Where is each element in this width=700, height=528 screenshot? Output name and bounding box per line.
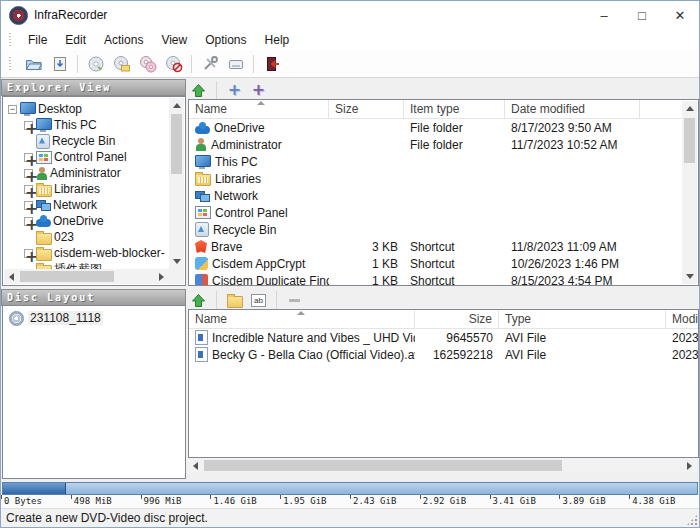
compilation-hscrollbar[interactable]	[188, 458, 697, 473]
status-text: Create a new DVD-Video disc project.	[6, 511, 208, 525]
close-button[interactable]: ✕	[661, 1, 699, 29]
scroll-left-icon[interactable]	[188, 458, 203, 473]
column-header-type[interactable]: Item type	[404, 100, 505, 118]
file-browser-vscrollbar[interactable]	[682, 101, 697, 284]
column-header-size[interactable]: Size	[415, 310, 499, 328]
scroll-up-icon[interactable]	[682, 101, 697, 116]
disc-layout-item[interactable]: 231108_1118	[3, 310, 185, 326]
file-row[interactable]: Libraries	[189, 170, 698, 187]
menu-view[interactable]: View	[152, 30, 196, 50]
scroll-right-icon[interactable]	[154, 269, 169, 284]
scroll-up-icon[interactable]	[169, 98, 184, 113]
scroll-down-icon[interactable]	[169, 254, 184, 269]
tree-item-this-pc[interactable]: This PC	[4, 117, 169, 133]
new-folder-button[interactable]	[225, 291, 244, 310]
tree-item-desktop[interactable]: Desktop	[4, 101, 169, 117]
rebar-grip[interactable]	[9, 33, 13, 47]
erase-disc-button[interactable]	[162, 52, 185, 75]
menu-help[interactable]: Help	[256, 30, 299, 50]
open-project-button[interactable]	[22, 52, 45, 75]
tree-item-onedrive[interactable]: OneDrive	[4, 213, 169, 229]
toolbar-separator	[191, 55, 192, 73]
exit-button[interactable]	[260, 52, 283, 75]
file-row[interactable]: This PC	[189, 153, 698, 170]
rename-icon: ab	[251, 294, 266, 307]
minimize-button[interactable]: –	[585, 1, 623, 29]
add-all-button[interactable]: +	[249, 81, 268, 100]
file-browser-header: Name Size Item type Date modified	[189, 100, 698, 119]
capacity-tick-label: 498 MiB	[71, 495, 141, 508]
save-project-button[interactable]	[48, 52, 71, 75]
file-row[interactable]: Recycle Bin	[189, 221, 698, 238]
burn-image-button[interactable]	[110, 52, 133, 75]
tree-item-libraries[interactable]: Libraries	[4, 181, 169, 197]
column-header-modified[interactable]: Date modified	[505, 100, 640, 118]
column-header-modified[interactable]: Modifi	[666, 310, 698, 328]
maximize-button[interactable]: □	[623, 1, 661, 29]
expand-toggle-icon[interactable]	[24, 217, 33, 226]
device-button[interactable]	[224, 52, 247, 75]
up-arrow-icon	[191, 83, 206, 98]
file-row[interactable]: Control Panel	[189, 204, 698, 221]
explorer-toolbar: + +	[189, 80, 268, 100]
rebar-grip[interactable]	[9, 57, 13, 71]
tree-item-network[interactable]: Network	[4, 197, 169, 213]
tree-hscrollbar[interactable]	[4, 269, 169, 284]
file-row[interactable]: OneDrive File folder 8/17/2023 9:50 AM	[189, 119, 698, 136]
capacity-tick-label: 4.38 GiB	[629, 495, 699, 508]
go-up-button[interactable]	[189, 81, 208, 100]
resize-grip[interactable]	[686, 514, 698, 526]
disc-layout-panel: 231108_1118	[2, 305, 186, 479]
compilation-row[interactable]: Becky G - Bella Ciao (Official Video).av…	[189, 346, 698, 363]
menu-file[interactable]: File	[19, 30, 56, 50]
network-icon	[195, 190, 210, 202]
tree-item-administrator[interactable]: Administrator	[4, 165, 169, 181]
expand-toggle-icon[interactable]	[24, 121, 33, 130]
main-toolbar	[1, 50, 699, 78]
go-up-button[interactable]	[189, 291, 208, 310]
file-row[interactable]: Administrator File folder 11/7/2023 10:5…	[189, 136, 698, 153]
tree-vscrollbar[interactable]	[169, 98, 184, 269]
file-row[interactable]: Brave 3 KB Shortcut 11/8/2023 11:09 AM	[189, 238, 698, 255]
scroll-right-icon[interactable]	[682, 458, 697, 473]
expand-toggle-icon[interactable]	[24, 169, 33, 178]
toolbar-separator	[253, 55, 254, 73]
tree-item-control-panel[interactable]: Control Panel	[4, 149, 169, 165]
toolbar-separator	[77, 55, 78, 73]
file-row[interactable]: Cisdem AppCrypt 1 KB Shortcut 10/26/2023…	[189, 255, 698, 272]
menu-options[interactable]: Options	[196, 30, 255, 50]
avi-file-icon	[195, 347, 208, 362]
collapse-toggle-icon[interactable]	[8, 105, 17, 114]
column-header-size[interactable]: Size	[329, 100, 404, 118]
expand-toggle-icon[interactable]	[24, 153, 33, 162]
copy-disc-button[interactable]	[136, 52, 159, 75]
toolbar-separator	[216, 81, 217, 99]
window-title: InfraRecorder	[34, 8, 107, 22]
app-icon	[9, 6, 28, 25]
column-header-type[interactable]: Type	[499, 310, 666, 328]
tools-icon	[201, 55, 219, 73]
compilation-row[interactable]: Incredible Nature and Vibes _ UHD Video …	[189, 329, 698, 346]
rename-button[interactable]: ab	[249, 291, 268, 310]
expand-toggle-icon[interactable]	[24, 249, 33, 258]
menu-edit[interactable]: Edit	[56, 30, 95, 50]
remove-button[interactable]	[285, 291, 304, 310]
menu-actions[interactable]: Actions	[95, 30, 152, 50]
recycle-bin-icon	[36, 134, 50, 149]
add-selected-button[interactable]: +	[225, 81, 244, 100]
scroll-down-icon[interactable]	[682, 269, 697, 284]
scroll-left-icon[interactable]	[4, 269, 19, 284]
expand-toggle-icon[interactable]	[24, 201, 33, 210]
capacity-tick-label: 3.89 GiB	[559, 495, 629, 508]
file-row[interactable]: Network	[189, 187, 698, 204]
tools-button[interactable]	[198, 52, 221, 75]
burn-compilation-button[interactable]	[84, 52, 107, 75]
file-row[interactable]: Cisdem Duplicate Finder 1 KB Shortcut 8/…	[189, 272, 698, 286]
tree-item-cisdem-web-blocker[interactable]: cisdem-web-blocker-	[4, 245, 169, 261]
onedrive-icon	[195, 126, 210, 134]
explorer-view-header: Explorer View	[1, 79, 186, 96]
remove-icon	[289, 299, 300, 302]
expand-toggle-icon[interactable]	[24, 185, 33, 194]
title-bar: InfraRecorder – □ ✕	[1, 1, 699, 29]
sort-ascending-icon	[257, 101, 265, 105]
